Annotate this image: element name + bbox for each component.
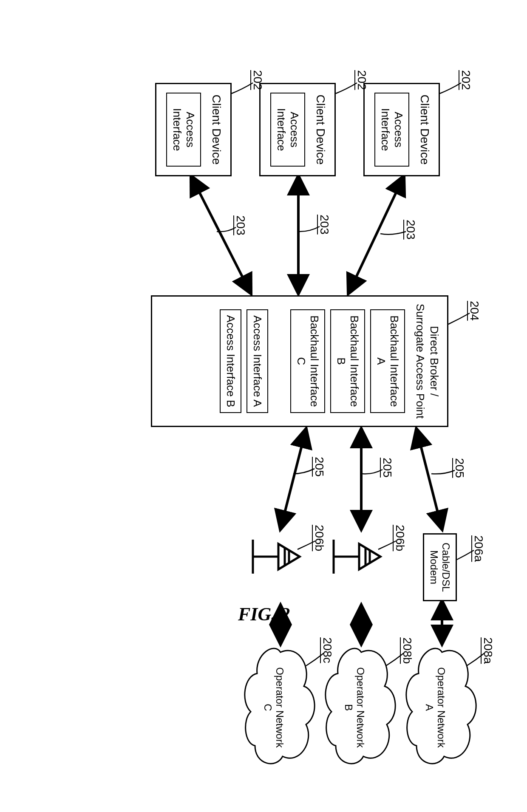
ref-205b: 205 (381, 458, 393, 478)
cloud-a-label: Operator Network A (424, 665, 447, 750)
client-sub: Access Interface (166, 93, 201, 167)
ref-208c: 208c (321, 637, 333, 663)
ref-203c: 203 (235, 215, 246, 235)
ref-205c: 205 (313, 457, 325, 477)
diagram-stage: Client Device Access Interface Client De… (30, 49, 497, 771)
figure-label: FIG. 2 (238, 603, 290, 625)
client-title: Client Device (210, 95, 223, 165)
spacer (271, 361, 288, 362)
client-device-1: Client Device Access Interface (363, 83, 440, 176)
broker-bh-b: Backhaul Interface B (330, 309, 365, 413)
client-title: Client Device (418, 95, 431, 165)
ref-208b: 208b (401, 637, 413, 664)
broker-ac-b: Access Interface B (220, 309, 241, 413)
modem-box: Cable/DSL Modem (423, 533, 457, 601)
ref-202a: 202 (460, 70, 472, 90)
ref-208a: 208a (482, 637, 494, 664)
cloud-b-label: Operator Network B (343, 665, 366, 750)
ref-205a: 205 (453, 458, 465, 478)
client-sub: Access Interface (374, 93, 409, 167)
broker-ap: Direct Broker / Surrogate Access Point B… (151, 295, 448, 427)
ref-204: 204 (468, 301, 480, 321)
broker-bh-c: Backhaul Interface C (290, 309, 325, 413)
ref-203b: 203 (318, 215, 330, 235)
svg-line-3 (416, 429, 442, 529)
ref-206a: 206a (473, 535, 484, 562)
ref-206b2: 206b (313, 525, 325, 551)
client-title: Client Device (314, 95, 327, 165)
ref-206b1: 206b (394, 525, 406, 551)
svg-line-0 (348, 176, 404, 293)
ref-202b: 202 (356, 70, 368, 90)
cloud-c-label: Operator Network C (262, 665, 286, 750)
broker-title: Direct Broker / Surrogate Access Point (414, 301, 441, 422)
svg-line-5 (280, 429, 306, 529)
ref-202c: 202 (252, 70, 264, 90)
broker-ac-a: Access Interface A (246, 309, 268, 413)
ref-203a: 203 (405, 220, 416, 240)
modem-line1: Cable/DSL (440, 543, 452, 592)
modem-line2: Modem (428, 550, 440, 584)
tower-icon-c (253, 540, 300, 574)
client-device-3: Client Device Access Interface (155, 83, 232, 176)
broker-bh-a: Backhaul Interface A (370, 309, 405, 413)
client-sub: Access Interface (270, 93, 305, 167)
tower-icon-b (334, 540, 380, 574)
client-device-2: Client Device Access Interface (259, 83, 336, 176)
